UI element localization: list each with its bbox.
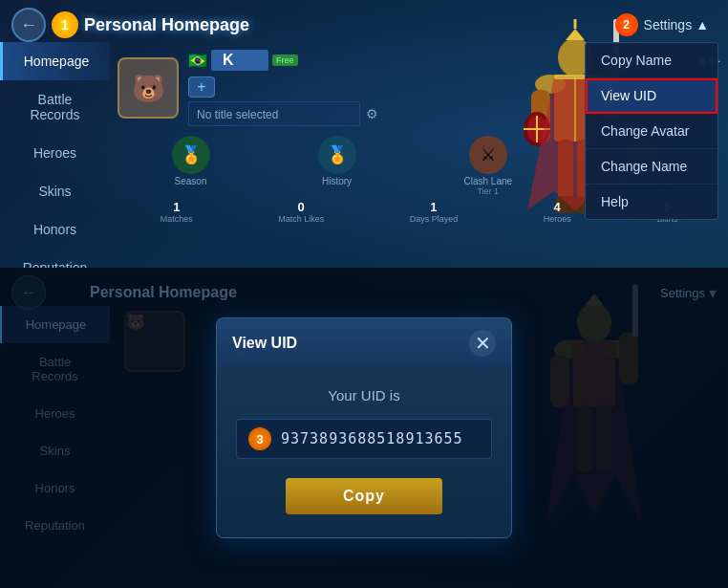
sidebar-item-reputation[interactable]: Reputation — [0, 249, 110, 268]
sidebar-item-honors[interactable]: Honors — [0, 210, 110, 249]
avatar: 🐻 — [118, 57, 179, 119]
settings-number-badge: 2 — [615, 13, 638, 36]
sidebar-item-homepage[interactable]: Homepage — [0, 42, 110, 80]
modal-overlay: View UID ✕ Your UID is 3 937389368851891… — [0, 268, 728, 588]
uid-row: 3 937389368851891​3655 — [236, 419, 492, 459]
header-number-badge: 1 — [52, 11, 78, 38]
sidebar: Homepage Battle Records Heroes Skins Hon… — [0, 42, 110, 268]
bottom-panel: ← Personal Homepage Settings ▾ Homepage … — [0, 268, 728, 588]
modal-body: Your UID is 3 937389368851891​3655 Copy — [217, 368, 511, 537]
dropdown-item-help[interactable]: Help — [586, 185, 717, 219]
username-container: K — [211, 50, 268, 71]
clash-lane-icon: ⚔ — [469, 136, 507, 174]
dropdown-item-change-avatar[interactable]: Change Avatar — [586, 114, 717, 149]
settings-chevron-icon: ▲ — [696, 17, 709, 33]
metric-match-likes: 0 Match Likes — [278, 200, 324, 224]
gear-icon[interactable]: ⚙ — [366, 106, 378, 121]
settings-dropdown: Copy Name View UID Change Avatar Change … — [585, 42, 718, 220]
your-uid-label: Your UID is — [236, 387, 492, 403]
dropdown-item-view-uid[interactable]: View UID — [586, 78, 717, 114]
back-icon: ← — [20, 15, 37, 35]
metric-heroes: 4 Heroes — [544, 200, 571, 224]
modal-header: View UID ✕ — [217, 318, 511, 368]
stat-history[interactable]: 🏅 History — [318, 136, 356, 196]
top-panel: ← 1 Personal Homepage 2 Settings ▲ Copy … — [0, 0, 728, 268]
sidebar-item-battle-records[interactable]: Battle Records — [0, 80, 110, 134]
uid-number-badge: 3 — [248, 427, 271, 450]
view-uid-modal: View UID ✕ Your UID is 3 937389368851891… — [216, 317, 512, 538]
history-icon: 🏅 — [318, 136, 356, 174]
modal-close-button[interactable]: ✕ — [469, 330, 496, 357]
uid-value: 937389368851891​3655 — [281, 430, 463, 447]
dropdown-item-copy-name[interactable]: Copy Name — [586, 43, 717, 78]
metric-matches: 1 Matches — [161, 200, 193, 224]
season-icon: 🏅 — [172, 136, 210, 174]
username: K — [223, 52, 234, 68]
back-button[interactable]: ← — [11, 8, 46, 42]
add-button[interactable]: + — [188, 76, 215, 98]
free-badge: Free — [272, 54, 298, 66]
sidebar-item-skins[interactable]: Skins — [0, 172, 110, 210]
flag-icon: 🇧🇷 — [188, 52, 207, 70]
metric-days-played: 1 Days Played — [410, 200, 459, 224]
settings-button[interactable]: 2 Settings ▲ — [608, 10, 717, 40]
dropdown-item-change-name[interactable]: Change Name — [586, 149, 717, 185]
sidebar-item-heroes[interactable]: Heroes — [0, 134, 110, 172]
copy-button[interactable]: Copy — [286, 478, 442, 514]
stat-season[interactable]: 🏅 Season — [172, 136, 210, 196]
modal-title: View UID — [232, 335, 297, 352]
title-text: No title selected — [197, 108, 278, 121]
stat-clash-lane[interactable]: ⚔ Clash Lane Tier 1 — [464, 136, 513, 196]
settings-label: Settings — [644, 17, 693, 33]
page-title: Personal Homepage — [84, 15, 608, 35]
